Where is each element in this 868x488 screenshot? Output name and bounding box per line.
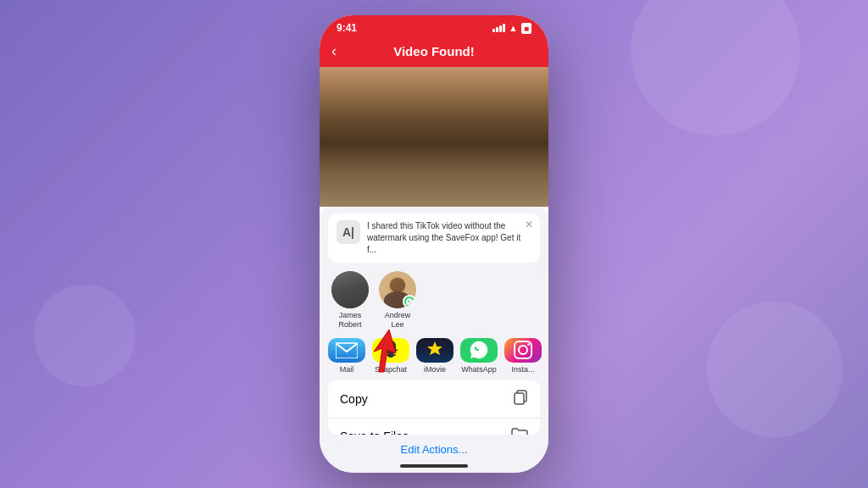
avatar-james-bg [331, 271, 369, 308]
svg-point-30 [389, 277, 406, 296]
signal-icon [492, 24, 505, 32]
whatsapp-badge [403, 295, 416, 308]
app-icon-mail [328, 338, 365, 363]
svg-rect-41 [515, 393, 524, 404]
home-indicator [320, 461, 548, 473]
share-msg-close-button[interactable]: ✕ [525, 219, 533, 230]
svg-point-38 [519, 346, 527, 354]
battery-icon: ■ [521, 23, 531, 34]
contact-james-name: JamesRobert [338, 311, 361, 330]
home-bar [400, 464, 468, 468]
bg-decoration-3 [34, 285, 136, 386]
app-icon-instagram [504, 338, 542, 363]
edit-actions-button[interactable]: Edit Actions... [320, 438, 548, 461]
contacts-row: JamesRobert [320, 268, 548, 335]
contact-andrew-lee[interactable]: AndrewLee [379, 271, 416, 330]
copy-icon [513, 390, 528, 408]
svg-point-39 [527, 343, 530, 346]
share-sheet: A| I shared this TikTok video without th… [320, 207, 548, 473]
header-title: Video Found! [393, 44, 475, 58]
action-copy[interactable]: Copy [328, 380, 540, 419]
wifi-icon: ▲ [509, 23, 518, 33]
app-item-mail[interactable]: Mail [328, 338, 365, 374]
app-icon-imovie [416, 338, 453, 363]
contact-james-robert[interactable]: JamesRobert [331, 271, 369, 330]
svg-point-31 [392, 283, 396, 286]
app-item-whatsapp[interactable]: WhatsApp [460, 338, 498, 374]
app-instagram-label: Insta... [511, 365, 534, 374]
status-icons: ▲ ■ [492, 23, 531, 34]
share-message-preview: A| I shared this TikTok video without th… [328, 214, 540, 263]
contact-andrew-name: AndrewLee [385, 311, 411, 330]
app-header: ‹ Video Found! [320, 37, 548, 67]
svg-point-24 [331, 271, 369, 308]
highlight-arrow [364, 328, 415, 374]
app-imovie-label: iMovie [424, 365, 446, 374]
svg-line-28 [337, 276, 364, 303]
share-msg-text: I shared this TikTok video without the w… [367, 220, 531, 256]
bg-decoration-2 [707, 302, 843, 437]
app-mail-label: Mail [340, 365, 354, 374]
app-whatsapp-label: WhatsApp [461, 365, 497, 374]
app-item-imovie[interactable]: iMovie [416, 338, 453, 374]
app-item-instagram[interactable]: Insta... [504, 338, 542, 374]
svg-point-27 [333, 273, 367, 307]
svg-rect-34 [336, 341, 358, 358]
contact-andrew-avatar [379, 271, 416, 308]
video-thumbnail[interactable] [320, 67, 548, 207]
apps-row: Mail Snapchat iMovie [320, 335, 548, 375]
bg-decoration-1 [631, 0, 800, 136]
contact-james-avatar [331, 271, 369, 308]
action-save-files-label: Save to Files [340, 430, 409, 435]
svg-point-26 [338, 295, 362, 308]
app-icon-whatsapp [460, 338, 498, 363]
status-time: 9:41 [337, 22, 357, 34]
svg-point-32 [399, 283, 403, 286]
video-scene-bg [320, 67, 548, 207]
status-bar: 9:41 ▲ ■ [320, 15, 548, 37]
action-list: Copy Save to Files [328, 380, 540, 435]
back-button[interactable]: ‹ [331, 42, 337, 60]
folder-icon [511, 428, 528, 435]
action-save-files[interactable]: Save to Files [328, 419, 540, 435]
action-copy-label: Copy [340, 392, 368, 406]
phone-frame: 9:41 ▲ ■ ‹ Video Found! [320, 15, 548, 473]
svg-point-25 [342, 277, 359, 296]
share-msg-app-icon: A| [337, 220, 360, 244]
